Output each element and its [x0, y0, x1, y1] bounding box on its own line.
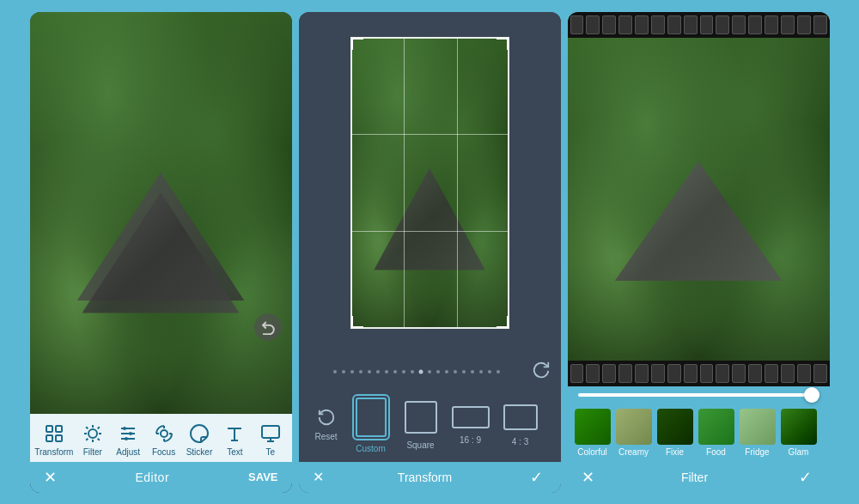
crop-container — [350, 37, 509, 329]
filter-confirm-button[interactable]: ✓ — [795, 467, 816, 488]
filter-panel: Colorful Creamy Fixie Food Fridge Glam — [568, 12, 830, 493]
crop-handle-bl[interactable] — [351, 316, 363, 328]
svg-point-4 — [88, 429, 97, 438]
text-icon — [223, 422, 246, 445]
transform-confirm-button[interactable]: ✓ — [527, 467, 547, 488]
filter-slider-thumb[interactable] — [804, 387, 819, 403]
text-label: Text — [227, 447, 242, 457]
filter-title: Filter — [681, 471, 708, 484]
focus-label: Focus — [152, 447, 175, 457]
svg-point-20 — [376, 370, 380, 373]
filter-food[interactable]: Food — [698, 409, 734, 457]
crop-handle-br[interactable] — [497, 316, 509, 328]
transform-panel: Reset Custom Square — [299, 12, 561, 493]
filter-slider-row — [568, 386, 830, 404]
focus-icon — [153, 422, 175, 445]
undo-button[interactable] — [254, 313, 282, 341]
filter-roof — [614, 161, 782, 282]
fridge-thumbnail — [740, 409, 776, 445]
svg-point-19 — [368, 370, 371, 373]
square-box — [405, 401, 437, 434]
square-label: Square — [406, 440, 434, 450]
creamy-label: Creamy — [618, 447, 649, 457]
editor-toolbar: Transform Filter — [30, 414, 292, 462]
filter-colorful[interactable]: Colorful — [575, 409, 611, 457]
aspect-square-button[interactable]: Square — [399, 398, 443, 450]
rotation-slider-row — [309, 361, 551, 384]
svg-point-23 — [402, 370, 405, 373]
svg-rect-3 — [56, 435, 62, 441]
editor-close-button[interactable]: ✕ — [44, 468, 57, 487]
adjust-label: Adjust — [116, 447, 140, 457]
filter-fixie[interactable]: Fixie — [657, 409, 693, 457]
glam-label: Glam — [789, 447, 809, 457]
creamy-thumbnail — [616, 409, 652, 445]
transform-close-button[interactable]: ✕ — [313, 469, 324, 485]
svg-point-9 — [129, 432, 132, 435]
transform-label: Transform — [34, 447, 73, 457]
svg-rect-2 — [46, 435, 52, 441]
filter-bottom-bar: ✕ Filter ✓ — [568, 462, 830, 493]
toolbar-item-focus[interactable]: Focus — [148, 422, 180, 457]
toolbar-item-text[interactable]: Text — [218, 422, 251, 457]
aspect-custom-button[interactable]: Custom — [349, 394, 393, 453]
filter-creamy[interactable]: Creamy — [616, 409, 652, 457]
custom-box — [356, 398, 387, 437]
svg-point-28 — [445, 370, 448, 373]
more-label: Te — [265, 447, 275, 457]
svg-point-27 — [436, 370, 440, 373]
food-label: Food — [706, 447, 726, 457]
fixie-label: Fixie — [666, 447, 684, 457]
aspect-ratio-bar: Reset Custom Square — [309, 391, 551, 457]
16-9-box — [452, 406, 490, 428]
svg-point-25 — [419, 370, 423, 374]
4-3-label: 4 : 3 — [512, 437, 528, 446]
editor-photo-area — [30, 12, 292, 414]
svg-point-32 — [479, 370, 483, 373]
crop-handle-tr[interactable] — [497, 38, 509, 50]
rotation-slider[interactable] — [309, 368, 525, 375]
crop-handle-tl[interactable] — [351, 38, 363, 50]
svg-point-10 — [125, 437, 128, 440]
reset-button[interactable]: Reset — [309, 406, 344, 441]
16-9-label: 16 : 9 — [460, 435, 481, 445]
filter-glam[interactable]: Glam — [781, 409, 817, 457]
filter-label: Filter — [83, 447, 102, 457]
aspect-4-3-button[interactable]: 4 : 3 — [498, 401, 543, 446]
filter-thumbnails: Colorful Creamy Fixie Food Fridge Glam — [568, 404, 830, 462]
transform-photo-area — [299, 12, 561, 354]
custom-label: Custom — [356, 444, 385, 453]
svg-point-34 — [497, 370, 500, 373]
transform-bottom-bar: ✕ Transform ✓ — [299, 462, 561, 493]
svg-rect-1 — [56, 426, 62, 432]
filter-intensity-slider[interactable] — [578, 393, 819, 397]
toolbar-item-transform[interactable]: Transform — [34, 422, 73, 457]
filter-fridge[interactable]: Fridge — [740, 409, 776, 457]
rotate-button[interactable] — [532, 361, 551, 384]
filter-close-button[interactable]: ✕ — [582, 468, 594, 487]
colorful-thumbnail — [575, 409, 611, 445]
aspect-3-2-button[interactable]: 3 : 2 — [548, 402, 551, 446]
aspect-16-9-button[interactable]: 16 : 9 — [448, 403, 493, 445]
sticker-icon — [188, 422, 210, 445]
reset-icon — [315, 406, 338, 428]
editor-photo — [30, 12, 292, 414]
crop-grid — [350, 37, 509, 329]
svg-point-18 — [359, 370, 362, 373]
svg-point-8 — [123, 427, 126, 430]
toolbar-item-filter[interactable]: Filter — [76, 422, 109, 457]
food-thumbnail — [698, 409, 734, 445]
toolbar-item-more[interactable]: Te — [254, 422, 287, 457]
svg-point-11 — [161, 430, 168, 437]
svg-point-21 — [385, 370, 388, 373]
editor-save-button[interactable]: SAVE — [248, 471, 277, 483]
svg-point-30 — [462, 370, 466, 373]
svg-point-16 — [342, 370, 345, 373]
adjust-icon — [117, 422, 139, 445]
toolbar-item-adjust[interactable]: Adjust — [112, 422, 144, 457]
fixie-thumbnail — [657, 409, 693, 445]
toolbar-item-sticker[interactable]: Sticker — [183, 422, 216, 457]
transform-title: Transform — [398, 471, 452, 484]
glam-thumbnail — [781, 409, 817, 445]
svg-rect-0 — [46, 426, 52, 432]
